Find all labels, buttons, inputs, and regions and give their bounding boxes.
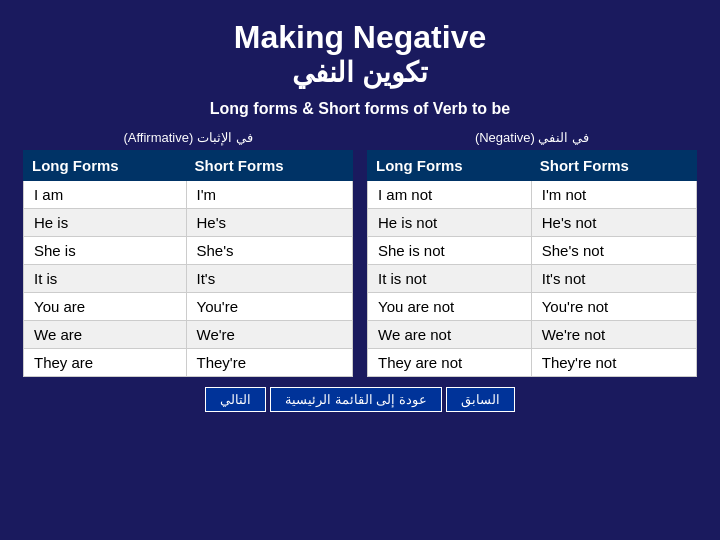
table-row: It is notIt's not: [368, 264, 697, 292]
neg-short-4: You're not: [531, 292, 696, 320]
table-row: I am notI'm not: [368, 180, 697, 208]
aff-long-5: We are: [24, 320, 187, 348]
neg-short-0: I'm not: [531, 180, 696, 208]
table-row: They are notThey're not: [368, 348, 697, 376]
affirmative-table: Long Forms Short Forms I amI'mHe isHe'sS…: [23, 150, 353, 377]
table-row: You are notYou're not: [368, 292, 697, 320]
neg-long-6: They are not: [368, 348, 532, 376]
aff-short-6: They're: [186, 348, 352, 376]
aff-short-4: You're: [186, 292, 352, 320]
aff-short-2: She's: [186, 236, 352, 264]
next-button[interactable]: التالي: [205, 387, 266, 412]
title-block: Making Negative تكوين النفي: [234, 18, 487, 90]
affirmative-label-en: (Affirmative) في الإثبات: [123, 130, 252, 145]
aff-long-6: They are: [24, 348, 187, 376]
subtitle-english: Long forms & Short forms of Verb to be: [210, 100, 510, 118]
neg-long-3: It is not: [368, 264, 532, 292]
neg-long-1: He is not: [368, 208, 532, 236]
negative-table-block: (Negative) في النفي Long Forms Short For…: [367, 128, 697, 377]
table-row: It isIt's: [24, 264, 353, 292]
table-row: You areYou're: [24, 292, 353, 320]
title-arabic: تكوين النفي: [234, 56, 487, 90]
neg-long-2: She is not: [368, 236, 532, 264]
aff-short-1: He's: [186, 208, 352, 236]
aff-short-0: I'm: [186, 180, 352, 208]
neg-long-4: You are not: [368, 292, 532, 320]
negative-label: (Negative) في النفي: [367, 128, 697, 146]
aff-long-4: You are: [24, 292, 187, 320]
affirmative-label: (Affirmative) في الإثبات: [23, 128, 353, 146]
aff-long-0: I am: [24, 180, 187, 208]
home-button[interactable]: عودة إلى القائمة الرئيسية: [270, 387, 442, 412]
aff-header-long: Long Forms: [24, 150, 187, 180]
table-row: She isShe's: [24, 236, 353, 264]
table-row: He isHe's: [24, 208, 353, 236]
footer-bar: التالي عودة إلى القائمة الرئيسية السابق: [20, 387, 700, 412]
neg-short-2: She's not: [531, 236, 696, 264]
neg-short-6: They're not: [531, 348, 696, 376]
affirmative-table-block: (Affirmative) في الإثبات Long Forms Shor…: [23, 128, 353, 377]
aff-short-3: It's: [186, 264, 352, 292]
aff-short-5: We're: [186, 320, 352, 348]
aff-long-3: It is: [24, 264, 187, 292]
table-row: They areThey're: [24, 348, 353, 376]
title-english: Making Negative: [234, 18, 487, 56]
neg-long-0: I am not: [368, 180, 532, 208]
aff-long-1: He is: [24, 208, 187, 236]
table-row: We areWe're: [24, 320, 353, 348]
neg-short-1: He's not: [531, 208, 696, 236]
aff-long-2: She is: [24, 236, 187, 264]
table-row: He is notHe's not: [368, 208, 697, 236]
negative-label-en: (Negative) في النفي: [475, 130, 589, 145]
neg-short-3: It's not: [531, 264, 696, 292]
subtitle-block: Long forms & Short forms of Verb to be: [210, 100, 510, 118]
table-row: I amI'm: [24, 180, 353, 208]
aff-header-short: Short Forms: [186, 150, 352, 180]
neg-long-5: We are not: [368, 320, 532, 348]
table-row: We are notWe're not: [368, 320, 697, 348]
table-row: She is notShe's not: [368, 236, 697, 264]
tables-row: (Affirmative) في الإثبات Long Forms Shor…: [20, 128, 700, 377]
negative-table: Long Forms Short Forms I am notI'm notHe…: [367, 150, 697, 377]
neg-header-long: Long Forms: [368, 150, 532, 180]
prev-button[interactable]: السابق: [446, 387, 515, 412]
neg-short-5: We're not: [531, 320, 696, 348]
neg-header-short: Short Forms: [531, 150, 696, 180]
